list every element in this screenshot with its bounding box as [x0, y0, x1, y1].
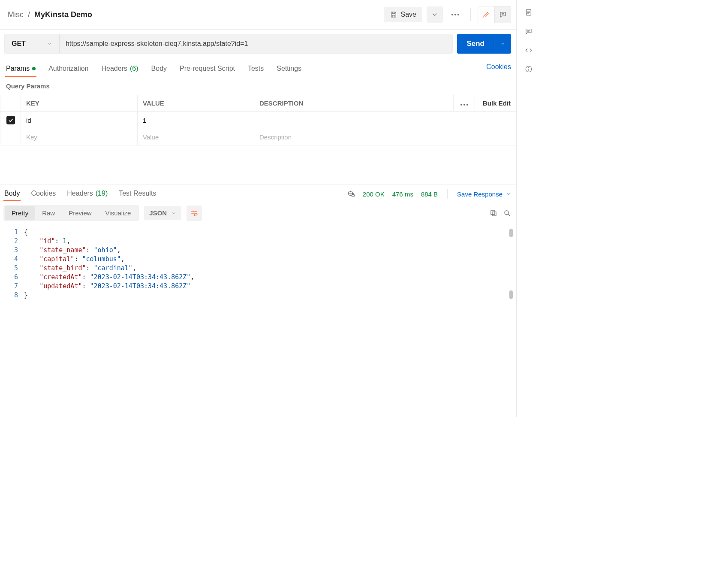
mode-visualize[interactable]: Visualize: [99, 206, 138, 220]
tab-count: (19): [96, 190, 108, 197]
save-dropdown-button[interactable]: [427, 6, 443, 23]
response-tab-cookies[interactable]: Cookies: [30, 187, 57, 201]
svg-point-17: [528, 67, 529, 68]
response-tab-body[interactable]: Body: [3, 187, 21, 201]
body-view-mode: Pretty Raw Preview Visualize: [3, 205, 139, 221]
http-method-label: GET: [12, 40, 26, 48]
floppy-disk-icon: [390, 11, 397, 18]
save-response-button[interactable]: Save Response: [457, 190, 511, 198]
col-header-value: VALUE: [138, 95, 254, 112]
line-gutter: 12345678: [0, 228, 24, 300]
response-size: 884 B: [421, 190, 438, 198]
param-description-input[interactable]: [259, 117, 511, 124]
edit-button[interactable]: [478, 6, 494, 23]
tab-settings[interactable]: Settings: [276, 61, 302, 77]
row-enabled-checkbox[interactable]: [6, 116, 15, 124]
svg-point-7: [505, 211, 508, 215]
divider: [447, 189, 448, 199]
tab-prerequest[interactable]: Pre-request Script: [179, 61, 236, 77]
request-url-input[interactable]: [60, 34, 453, 53]
response-tab-test-results[interactable]: Test Results: [118, 187, 157, 201]
response-tab-headers[interactable]: Headers (19): [66, 187, 108, 201]
dots-horizontal-icon: [451, 14, 459, 15]
query-params-table: KEY VALUE DESCRIPTION Bulk Edit: [0, 95, 516, 145]
search-icon[interactable]: [503, 209, 511, 217]
svg-line-8: [508, 214, 510, 215]
svg-rect-6: [491, 211, 495, 215]
more-actions-button[interactable]: [447, 6, 463, 23]
chevron-down-icon: [47, 41, 52, 46]
table-row: [0, 129, 516, 145]
comments-button[interactable]: [494, 6, 511, 23]
breadcrumb-separator: /: [28, 10, 30, 19]
tab-headers[interactable]: Headers (6): [101, 61, 139, 77]
code-lines: { "id": 1, "state_name": "ohio", "capita…: [24, 228, 516, 300]
comments-panel-icon[interactable]: [525, 27, 532, 35]
tab-label: Headers: [67, 190, 93, 197]
save-response-label: Save Response: [457, 190, 502, 198]
response-body-viewer[interactable]: 12345678 { "id": 1, "state_name": "ohio"…: [0, 225, 516, 305]
code-icon[interactable]: [525, 46, 532, 54]
wrap-lines-button[interactable]: [187, 205, 202, 221]
response-time: 476 ms: [392, 190, 413, 198]
body-format-label: JSON: [149, 209, 167, 217]
send-button[interactable]: Send: [457, 34, 494, 54]
globe-lock-icon[interactable]: [347, 190, 355, 198]
copy-icon[interactable]: [490, 209, 497, 217]
save-button[interactable]: Save: [384, 7, 422, 22]
mode-pretty[interactable]: Pretty: [5, 206, 35, 220]
breadcrumb-parent[interactable]: Misc: [8, 10, 24, 19]
mode-raw[interactable]: Raw: [35, 206, 62, 220]
tab-params[interactable]: Params: [5, 61, 36, 77]
bulk-edit-button[interactable]: Bulk Edit: [475, 95, 516, 112]
chevron-down-icon: [431, 11, 439, 18]
param-key-input[interactable]: [26, 117, 132, 124]
chevron-down-icon: [171, 211, 176, 216]
divider: [470, 8, 471, 21]
scrollbar-thumb[interactable]: [509, 229, 513, 237]
mode-preview[interactable]: Preview: [62, 206, 98, 220]
save-button-label: Save: [401, 11, 416, 18]
body-format-select[interactable]: JSON: [144, 206, 181, 220]
breadcrumb: Misc / MyKinsta Demo: [8, 10, 92, 19]
tab-tests[interactable]: Tests: [247, 61, 265, 77]
tab-count: (6): [130, 65, 138, 73]
param-value-input[interactable]: [143, 133, 249, 141]
chevron-down-icon: [506, 191, 511, 196]
param-description-input[interactable]: [259, 133, 511, 141]
param-key-input[interactable]: [26, 133, 132, 141]
table-row: [0, 112, 516, 129]
comment-icon: [499, 11, 507, 18]
col-header-description: DESCRIPTION: [254, 95, 454, 112]
svg-rect-5: [492, 212, 496, 216]
info-icon[interactable]: [525, 65, 532, 73]
col-header-key: KEY: [21, 95, 138, 112]
wrap-icon: [190, 209, 198, 217]
query-params-title: Query Params: [0, 77, 516, 95]
scrollbar-thumb[interactable]: [509, 290, 513, 299]
tab-label: Params: [6, 65, 30, 73]
response-status: 200 OK: [363, 190, 385, 198]
tab-body[interactable]: Body: [150, 61, 168, 77]
modified-dot-icon: [32, 67, 36, 70]
send-dropdown-button[interactable]: [494, 34, 511, 54]
chevron-down-icon: [500, 41, 505, 46]
pencil-icon: [482, 11, 490, 18]
check-icon: [8, 117, 14, 123]
params-more-button[interactable]: [460, 104, 468, 106]
param-value-input[interactable]: [143, 117, 249, 124]
documentation-icon[interactable]: [525, 9, 532, 16]
breadcrumb-current: MyKinsta Demo: [34, 10, 92, 19]
tab-label: Headers: [102, 65, 127, 73]
tab-authorization[interactable]: Authorization: [48, 61, 89, 77]
cookies-link[interactable]: Cookies: [486, 63, 511, 75]
http-method-select[interactable]: GET: [5, 34, 60, 53]
